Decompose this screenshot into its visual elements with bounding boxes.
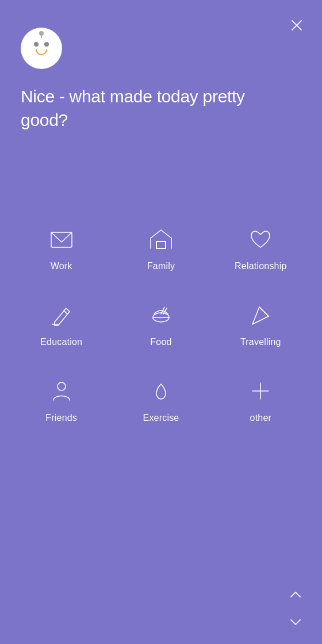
exercise-icon — [146, 376, 176, 406]
avatar-eye-left — [34, 42, 39, 47]
category-other[interactable]: other — [211, 376, 310, 423]
family-icon — [146, 224, 176, 254]
category-friends[interactable]: Friends — [12, 376, 111, 423]
nav-up-button[interactable] — [285, 584, 306, 605]
food-icon — [146, 300, 176, 330]
work-label: Work — [51, 261, 72, 271]
category-family[interactable]: Family — [111, 224, 210, 271]
education-icon — [47, 300, 76, 330]
food-label: Food — [150, 337, 171, 347]
avatar — [21, 28, 62, 69]
relationship-icon — [246, 224, 275, 254]
categories-grid: Work Family Relationship — [0, 224, 322, 423]
question-text: Nice - what made today pretty good? — [21, 85, 288, 132]
svg-line-15 — [259, 307, 269, 316]
svg-line-9 — [64, 310, 67, 314]
family-label: Family — [147, 261, 175, 271]
svg-point-16 — [57, 382, 66, 390]
avatar-mouth — [36, 49, 47, 55]
other-icon — [246, 376, 275, 406]
svg-rect-2 — [51, 232, 72, 247]
education-label: Education — [40, 337, 82, 347]
svg-marker-14 — [252, 307, 269, 324]
category-education[interactable]: Education — [12, 300, 111, 347]
svg-rect-5 — [156, 241, 166, 248]
nav-down-button[interactable] — [285, 612, 306, 632]
category-exercise[interactable]: Exercise — [111, 376, 210, 423]
category-travelling[interactable]: Travelling — [211, 300, 310, 347]
category-food[interactable]: Food — [111, 300, 210, 347]
friends-icon — [47, 376, 76, 406]
travelling-label: Travelling — [240, 337, 281, 347]
friends-label: Friends — [45, 413, 77, 423]
work-icon — [47, 224, 76, 254]
close-button[interactable] — [288, 16, 306, 34]
travelling-icon — [246, 300, 275, 330]
avatar-eye-right — [44, 42, 49, 47]
relationship-label: Relationship — [235, 261, 286, 271]
category-relationship[interactable]: Relationship — [211, 224, 310, 271]
exercise-label: Exercise — [143, 413, 179, 423]
category-work[interactable]: Work — [12, 224, 111, 271]
other-label: other — [250, 413, 271, 423]
